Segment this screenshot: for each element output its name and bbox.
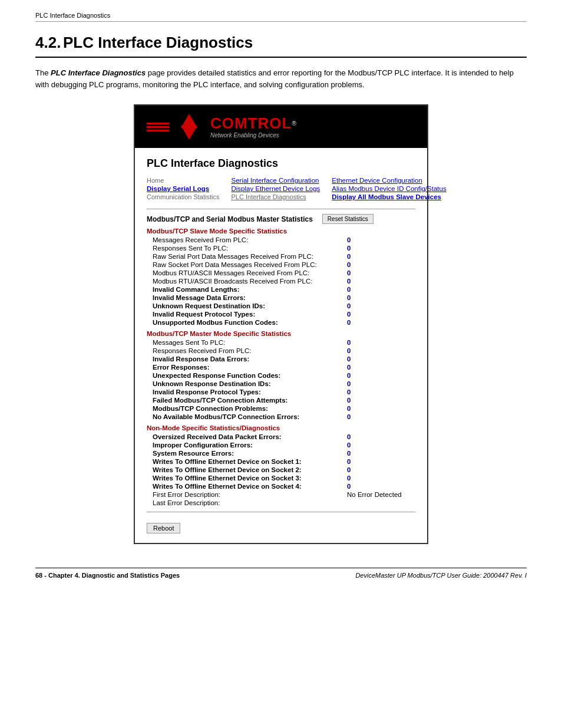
stat-label: No Available Modbus/TCP Connection Error… [147, 413, 347, 420]
stat-label: Responses Sent To PLC: [147, 245, 347, 252]
stat-label-last-error: Last Error Description: [147, 499, 347, 506]
stat-label: Invalid Response Protocol Types: [147, 388, 347, 396]
nav-display-all-modbus[interactable]: Display All Modbus Slave Devices [332, 193, 446, 200]
nav-alias-modbus[interactable]: Alias Modbus Device ID Config/Status [332, 185, 446, 192]
stat-label: Messages Sent To PLC: [147, 339, 347, 346]
non-mode-stats: Oversized Received Data Packet Errors:0 … [147, 433, 415, 507]
nav-serial-config[interactable]: Serial Interface Configuration [232, 177, 320, 184]
footer-right: DeviceMaster UP Modbus/TCP User Guide: 2… [355, 572, 527, 579]
stat-label: Writes To Offline Ethernet Device on Soc… [147, 458, 347, 465]
comtrol-diamond-icon [181, 114, 197, 140]
stat-label: Oversized Received Data Packet Errors: [147, 433, 347, 440]
device-screenshot: COMTROL® Network Enabling Devices PLC In… [134, 104, 428, 544]
non-mode-section-label: Non-Mode Specific Statistics/Diagnostics [147, 424, 415, 431]
nav-plc-diag[interactable]: PLC Interface Diagnostics [232, 193, 320, 200]
nav-links: Home Serial Interface Configuration Ethe… [147, 177, 415, 200]
page-footer: 68 - Chapter 4. Diagnostic and Statistic… [35, 568, 527, 579]
first-error-value: No Error Detected [347, 491, 402, 498]
nav-display-ethernet-logs[interactable]: Display Ethernet Device Logs [232, 185, 320, 192]
master-mode-section-label: Modbus/TCP Master Mode Specific Statisti… [147, 330, 415, 337]
stat-label: Error Responses: [147, 364, 347, 371]
nav-home[interactable]: Home [147, 177, 220, 184]
intro-paragraph: The PLC Interface Diagnostics page provi… [35, 67, 527, 90]
panel-title: PLC Interface Diagnostics [147, 157, 415, 170]
stat-label: Responses Received From PLC: [147, 347, 347, 354]
stat-label: Unknown Request Destination IDs: [147, 302, 347, 309]
stat-label: Writes To Offline Ethernet Device on Soc… [147, 466, 347, 473]
stat-label: Unknown Response Destination IDs: [147, 380, 347, 387]
stat-label: Invalid Message Data Errors: [147, 294, 347, 301]
stat-label: Unsupported Modbus Function Codes: [147, 319, 347, 326]
stat-label: Invalid Request Protocol Types: [147, 311, 347, 318]
stat-label-first-error: First Error Description: [147, 491, 347, 498]
stat-label: System Resource Errors: [147, 450, 347, 457]
nav-display-serial-logs[interactable]: Display Serial Logs [147, 185, 220, 192]
comtrol-brand: COMTROL® Network Enabling Devices [210, 116, 296, 139]
stat-label: Failed Modbus/TCP Connection Attempts: [147, 397, 347, 404]
chapter-title: PLC Interface Diagnostics [63, 34, 253, 51]
reset-statistics-button[interactable]: Reset Statistics [322, 214, 373, 224]
master-mode-stats: Messages Sent To PLC:0 Responses Receive… [147, 338, 415, 421]
stat-label: Modbus RTU/ASCII Messages Received From … [147, 269, 347, 276]
stat-label: Writes To Offline Ethernet Device on Soc… [147, 475, 347, 482]
stat-label: Invalid Command Lengths: [147, 286, 347, 293]
comtrol-lines-icon [147, 123, 169, 131]
nav-comm-stats[interactable]: Communication Statistics [147, 193, 220, 200]
slave-mode-stats: Messages Received From PLC:0 Responses S… [147, 236, 415, 327]
breadcrumb: PLC Interface Diagnostics [35, 12, 527, 22]
stat-label: Messages Received From PLC: [147, 236, 347, 243]
reboot-button[interactable]: Reboot [147, 523, 180, 533]
stat-label: Unexpected Response Function Codes: [147, 372, 347, 379]
stat-label: Modbus/TCP Connection Problems: [147, 405, 347, 412]
stat-label: Raw Socket Port Data Messages Received F… [147, 261, 347, 268]
stat-label: Improper Configuration Errors: [147, 442, 347, 449]
stats-header: Modbus/TCP and Serial Modbus Master Stat… [147, 214, 415, 224]
slave-mode-section-label: Modbus/TCP Slave Mode Specific Statistic… [147, 228, 415, 235]
stat-label: Invalid Response Data Errors: [147, 355, 347, 363]
chapter-number: 4.2. [35, 34, 61, 51]
nav-ethernet-config[interactable]: Ethernet Device Configuration [332, 177, 446, 184]
footer-left: 68 - Chapter 4. Diagnostic and Statistic… [35, 572, 180, 579]
stat-label: Raw Serial Port Data Messages Received F… [147, 253, 347, 260]
stat-label: Modbus RTU/ASCII Broadcasts Received Fro… [147, 278, 347, 285]
stat-label: Writes To Offline Ethernet Device on Soc… [147, 483, 347, 490]
